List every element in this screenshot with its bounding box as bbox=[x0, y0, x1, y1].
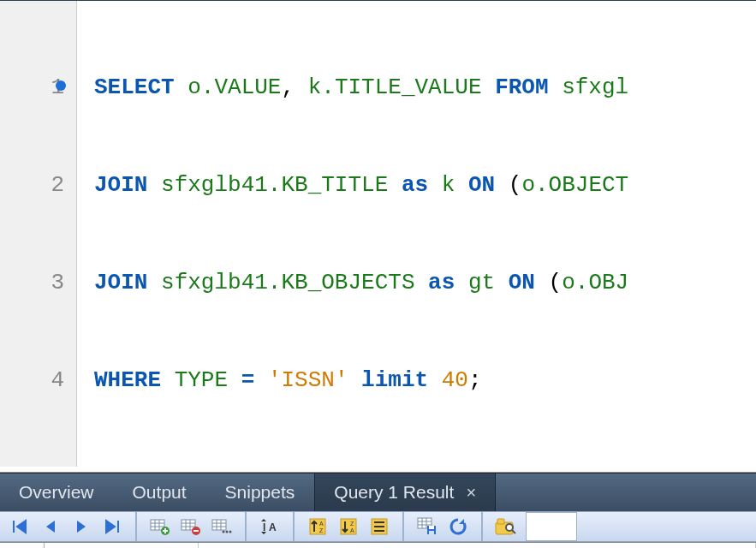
sql-code[interactable]: SELECT o.VALUE, k.TITLE_VALUE FROM sfxgl… bbox=[77, 1, 628, 467]
nav-prev-icon[interactable] bbox=[36, 512, 65, 541]
grid-add-icon[interactable] bbox=[146, 512, 175, 541]
svg-point-6 bbox=[226, 531, 229, 533]
svg-text:A: A bbox=[269, 521, 277, 533]
nav-next-icon[interactable] bbox=[67, 512, 96, 541]
toolbar-separator bbox=[135, 512, 137, 541]
svg-point-5 bbox=[223, 531, 225, 533]
sort-asc-icon[interactable]: AZ bbox=[303, 512, 332, 541]
column-header-value[interactable]: VALUE bbox=[45, 543, 199, 548]
result-toolbar: IA AZ ZA bbox=[0, 511, 756, 542]
line-number: 2 bbox=[51, 172, 64, 198]
grid-remove-icon[interactable] bbox=[176, 512, 205, 541]
svg-rect-4 bbox=[212, 520, 226, 530]
grid-edit-icon[interactable] bbox=[207, 512, 236, 541]
sort-desc-icon[interactable]: ZA bbox=[334, 512, 363, 541]
close-icon[interactable]: × bbox=[466, 483, 476, 503]
refresh-icon[interactable] bbox=[443, 512, 473, 541]
line-number: 4 bbox=[51, 367, 64, 393]
row-header-corner bbox=[0, 543, 45, 548]
toolbar-separator bbox=[245, 512, 247, 541]
svg-text:Z: Z bbox=[350, 521, 354, 527]
tab-output[interactable]: Output bbox=[114, 474, 206, 511]
result-tabbar: Overview Output Snippets Query 1 Result … bbox=[0, 473, 756, 511]
tab-snippets[interactable]: Snippets bbox=[206, 474, 315, 511]
sort-group-icon[interactable] bbox=[365, 512, 394, 541]
svg-rect-21 bbox=[497, 519, 504, 524]
svg-text:I: I bbox=[263, 521, 265, 533]
tab-query-result[interactable]: Query 1 Result × bbox=[314, 474, 496, 511]
svg-text:Z: Z bbox=[319, 527, 324, 533]
toolbar-separator bbox=[293, 512, 295, 541]
svg-point-22 bbox=[506, 524, 513, 531]
search-input[interactable] bbox=[526, 512, 577, 541]
svg-text:A: A bbox=[319, 521, 324, 527]
result-grid: VALUE TITLE_VALUE 0000-0019Publishers we… bbox=[0, 542, 756, 548]
tab-overview[interactable]: Overview bbox=[0, 474, 114, 511]
line-number: 3 bbox=[51, 270, 64, 295]
toolbar-separator bbox=[402, 512, 404, 541]
save-icon[interactable] bbox=[413, 512, 442, 541]
sql-editor[interactable]: 1 2 3 4 SELECT o.VALUE, k.TITLE_VALUE FR… bbox=[0, 1, 756, 473]
nav-first-icon[interactable] bbox=[5, 512, 34, 541]
row-height-icon[interactable]: IA bbox=[255, 512, 284, 541]
line-number-gutter: 1 2 3 4 bbox=[0, 1, 77, 467]
svg-rect-18 bbox=[429, 526, 434, 529]
nav-last-icon[interactable] bbox=[98, 512, 127, 541]
svg-point-7 bbox=[229, 531, 232, 533]
find-icon[interactable] bbox=[491, 512, 521, 541]
svg-text:A: A bbox=[350, 527, 354, 533]
toolbar-separator bbox=[481, 512, 483, 541]
svg-rect-19 bbox=[429, 531, 434, 534]
breakpoint-marker[interactable] bbox=[56, 80, 66, 91]
column-header-title[interactable]: TITLE_VALUE bbox=[199, 543, 756, 548]
grid-header-row: VALUE TITLE_VALUE bbox=[0, 543, 756, 548]
